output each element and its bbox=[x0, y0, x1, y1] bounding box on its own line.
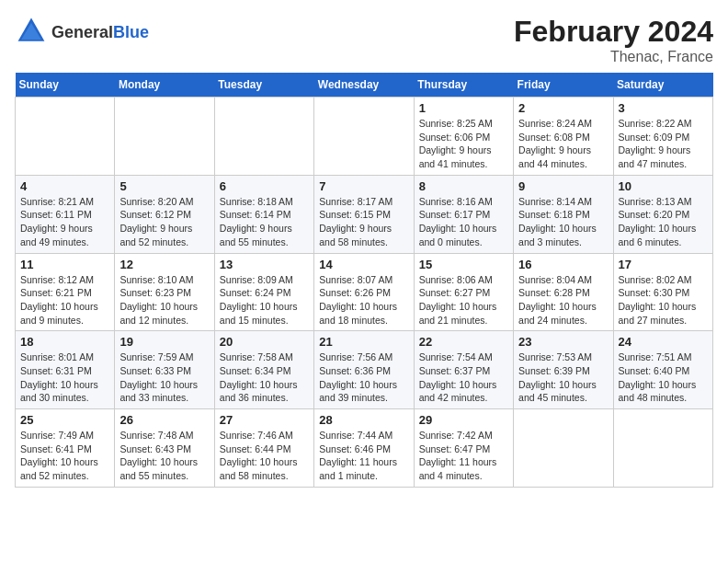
day-number: 9 bbox=[518, 179, 608, 193]
day-cell: 14Sunrise: 8:07 AMSunset: 6:26 PMDayligh… bbox=[314, 253, 414, 331]
day-cell: 9Sunrise: 8:14 AMSunset: 6:18 PMDaylight… bbox=[514, 175, 613, 253]
day-cell: 20Sunrise: 7:58 AMSunset: 6:34 PMDayligh… bbox=[214, 331, 313, 409]
day-cell: 13Sunrise: 8:09 AMSunset: 6:24 PMDayligh… bbox=[214, 253, 313, 331]
week-row-3: 11Sunrise: 8:12 AMSunset: 6:21 PMDayligh… bbox=[16, 253, 713, 331]
day-info: Sunrise: 7:49 AMSunset: 6:41 PMDaylight:… bbox=[20, 429, 109, 483]
day-info: Sunrise: 7:56 AMSunset: 6:36 PMDaylight:… bbox=[319, 350, 408, 405]
day-number: 1 bbox=[419, 101, 508, 115]
day-info: Sunrise: 7:58 AMSunset: 6:34 PMDaylight:… bbox=[220, 350, 309, 405]
day-number: 22 bbox=[419, 335, 508, 349]
day-number: 12 bbox=[119, 258, 209, 271]
day-number: 7 bbox=[319, 179, 408, 193]
day-cell bbox=[115, 98, 214, 176]
day-info: Sunrise: 7:48 AMSunset: 6:43 PMDaylight:… bbox=[119, 429, 209, 483]
day-info: Sunrise: 8:20 AMSunset: 6:12 PMDaylight:… bbox=[119, 195, 209, 249]
logo-text: GeneralBlue bbox=[51, 21, 149, 42]
day-info: Sunrise: 8:25 AMSunset: 6:06 PMDaylight:… bbox=[419, 117, 508, 171]
day-number: 6 bbox=[220, 179, 309, 193]
page-header: GeneralBlue February 2024 Thenac, France bbox=[15, 15, 713, 65]
day-info: Sunrise: 8:16 AMSunset: 6:17 PMDaylight:… bbox=[419, 195, 508, 249]
week-row-5: 25Sunrise: 7:49 AMSunset: 6:41 PMDayligh… bbox=[16, 409, 713, 488]
day-number: 11 bbox=[20, 258, 109, 271]
col-saturday: Saturday bbox=[613, 73, 712, 98]
day-number: 28 bbox=[319, 413, 408, 427]
logo-general: General bbox=[51, 23, 113, 41]
day-number: 13 bbox=[220, 258, 309, 271]
title-block: February 2024 Thenac, France bbox=[514, 15, 713, 65]
day-number: 17 bbox=[619, 258, 708, 271]
day-cell: 2Sunrise: 8:24 AMSunset: 6:08 PMDaylight… bbox=[514, 98, 613, 176]
day-number: 5 bbox=[119, 179, 209, 193]
day-cell bbox=[16, 98, 115, 176]
logo: GeneralBlue bbox=[15, 15, 149, 48]
day-number: 16 bbox=[518, 258, 608, 271]
day-cell: 8Sunrise: 8:16 AMSunset: 6:17 PMDaylight… bbox=[414, 175, 513, 253]
day-info: Sunrise: 8:01 AMSunset: 6:31 PMDaylight:… bbox=[20, 350, 109, 405]
day-info: Sunrise: 7:53 AMSunset: 6:39 PMDaylight:… bbox=[518, 350, 608, 405]
day-cell: 1Sunrise: 8:25 AMSunset: 6:06 PMDaylight… bbox=[414, 98, 513, 176]
day-number: 3 bbox=[619, 101, 708, 115]
calendar-header-row: Sunday Monday Tuesday Wednesday Thursday… bbox=[16, 73, 713, 98]
day-cell: 29Sunrise: 7:42 AMSunset: 6:47 PMDayligh… bbox=[414, 409, 513, 488]
month-title: February 2024 bbox=[514, 15, 713, 49]
day-info: Sunrise: 7:54 AMSunset: 6:37 PMDaylight:… bbox=[419, 350, 508, 405]
day-cell: 23Sunrise: 7:53 AMSunset: 6:39 PMDayligh… bbox=[514, 331, 613, 409]
day-info: Sunrise: 8:10 AMSunset: 6:23 PMDaylight:… bbox=[119, 273, 209, 327]
day-cell: 17Sunrise: 8:02 AMSunset: 6:30 PMDayligh… bbox=[613, 253, 712, 331]
day-info: Sunrise: 7:46 AMSunset: 6:44 PMDaylight:… bbox=[220, 429, 309, 483]
col-tuesday: Tuesday bbox=[214, 73, 313, 98]
day-cell bbox=[214, 98, 313, 176]
day-cell: 18Sunrise: 8:01 AMSunset: 6:31 PMDayligh… bbox=[16, 331, 115, 409]
day-cell bbox=[514, 409, 613, 488]
day-info: Sunrise: 8:22 AMSunset: 6:09 PMDaylight:… bbox=[619, 117, 708, 171]
week-row-4: 18Sunrise: 8:01 AMSunset: 6:31 PMDayligh… bbox=[16, 331, 713, 409]
day-number: 18 bbox=[20, 335, 109, 349]
day-info: Sunrise: 7:44 AMSunset: 6:46 PMDaylight:… bbox=[319, 429, 408, 483]
day-info: Sunrise: 7:59 AMSunset: 6:33 PMDaylight:… bbox=[119, 350, 209, 405]
col-friday: Friday bbox=[514, 73, 613, 98]
col-monday: Monday bbox=[115, 73, 214, 98]
day-number: 14 bbox=[319, 258, 408, 271]
day-info: Sunrise: 7:51 AMSunset: 6:40 PMDaylight:… bbox=[619, 350, 708, 405]
day-number: 27 bbox=[220, 413, 309, 427]
day-cell: 28Sunrise: 7:44 AMSunset: 6:46 PMDayligh… bbox=[314, 409, 414, 488]
day-cell: 24Sunrise: 7:51 AMSunset: 6:40 PMDayligh… bbox=[613, 331, 712, 409]
day-number: 25 bbox=[20, 413, 109, 427]
day-number: 21 bbox=[319, 335, 408, 349]
day-number: 24 bbox=[619, 335, 708, 349]
day-number: 29 bbox=[419, 413, 508, 427]
day-cell: 5Sunrise: 8:20 AMSunset: 6:12 PMDaylight… bbox=[115, 175, 214, 253]
day-cell: 6Sunrise: 8:18 AMSunset: 6:14 PMDaylight… bbox=[214, 175, 313, 253]
col-wednesday: Wednesday bbox=[314, 73, 414, 98]
day-info: Sunrise: 8:18 AMSunset: 6:14 PMDaylight:… bbox=[220, 195, 309, 249]
day-number: 19 bbox=[119, 335, 209, 349]
col-thursday: Thursday bbox=[414, 73, 513, 98]
day-info: Sunrise: 8:09 AMSunset: 6:24 PMDaylight:… bbox=[220, 273, 309, 327]
day-number: 20 bbox=[220, 335, 309, 349]
day-cell: 26Sunrise: 7:48 AMSunset: 6:43 PMDayligh… bbox=[115, 409, 214, 488]
day-number: 8 bbox=[419, 179, 508, 193]
day-info: Sunrise: 8:12 AMSunset: 6:21 PMDaylight:… bbox=[20, 273, 109, 327]
logo-icon bbox=[15, 15, 48, 48]
day-number: 26 bbox=[119, 413, 209, 427]
day-info: Sunrise: 8:24 AMSunset: 6:08 PMDaylight:… bbox=[518, 117, 608, 171]
day-number: 10 bbox=[619, 179, 708, 193]
day-cell: 27Sunrise: 7:46 AMSunset: 6:44 PMDayligh… bbox=[214, 409, 313, 488]
day-info: Sunrise: 7:42 AMSunset: 6:47 PMDaylight:… bbox=[419, 429, 508, 483]
day-info: Sunrise: 8:13 AMSunset: 6:20 PMDaylight:… bbox=[619, 195, 708, 249]
week-row-1: 1Sunrise: 8:25 AMSunset: 6:06 PMDaylight… bbox=[16, 98, 713, 176]
day-cell: 16Sunrise: 8:04 AMSunset: 6:28 PMDayligh… bbox=[514, 253, 613, 331]
day-info: Sunrise: 8:07 AMSunset: 6:26 PMDaylight:… bbox=[319, 273, 408, 327]
day-cell: 25Sunrise: 7:49 AMSunset: 6:41 PMDayligh… bbox=[16, 409, 115, 488]
day-info: Sunrise: 8:21 AMSunset: 6:11 PMDaylight:… bbox=[20, 195, 109, 249]
logo-blue: Blue bbox=[113, 23, 149, 41]
week-row-2: 4Sunrise: 8:21 AMSunset: 6:11 PMDaylight… bbox=[16, 175, 713, 253]
day-cell: 22Sunrise: 7:54 AMSunset: 6:37 PMDayligh… bbox=[414, 331, 513, 409]
day-number: 2 bbox=[518, 101, 608, 115]
day-info: Sunrise: 8:17 AMSunset: 6:15 PMDaylight:… bbox=[319, 195, 408, 249]
day-info: Sunrise: 8:14 AMSunset: 6:18 PMDaylight:… bbox=[518, 195, 608, 249]
day-number: 15 bbox=[419, 258, 508, 271]
col-sunday: Sunday bbox=[16, 73, 115, 98]
location: Thenac, France bbox=[514, 49, 713, 65]
day-cell bbox=[613, 409, 712, 488]
